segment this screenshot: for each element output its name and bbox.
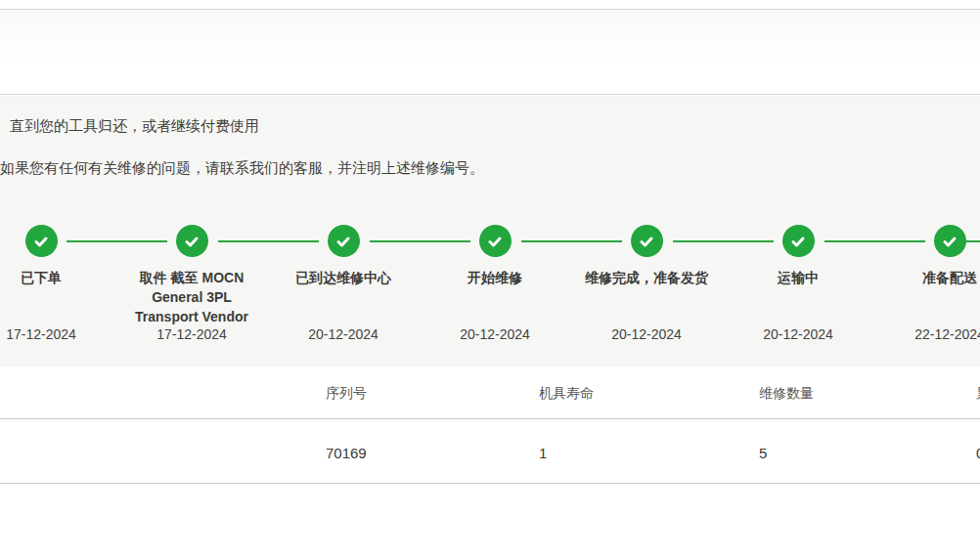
check-icon [176, 225, 208, 257]
step-date: 20-12-2024 [568, 326, 725, 342]
check-icon [631, 225, 663, 257]
note-return-policy-text: 直到您的工具归还，或者继续付费使用 [10, 117, 259, 134]
step-label: 开始维修 [417, 268, 573, 287]
cell-serial-number: 70169 [326, 445, 367, 461]
step-date: 20-12-2024 [417, 326, 573, 342]
top-divider [0, 0, 980, 10]
step-label: 运输中 [720, 268, 876, 287]
note-contact-support-text: 如果您有任何有关维修的问题，请联系我们的客服，并注明上述维修编号。 [0, 159, 484, 176]
timeline-step-pickup: 取件 截至 MOCN General 3PL Transport Vendor [113, 225, 270, 326]
check-icon [25, 225, 58, 257]
timeline-step-repair-done: 维修完成，准备发货 [568, 225, 725, 287]
table-header-row: 序列号 机具寿命 维修数量 累 [0, 366, 980, 419]
header-strip [0, 11, 980, 95]
check-icon [934, 225, 966, 257]
check-icon [479, 225, 512, 257]
timeline-step-in-transit: 运输中 [720, 225, 876, 287]
check-icon [328, 225, 360, 257]
step-date: 22-12-2024 [871, 326, 980, 342]
check-icon [782, 225, 815, 257]
note-return-policy: ， 直到您的工具归还，或者继续付费使用 [0, 116, 259, 135]
note-contact-support: 如果您有任何有关维修的问题，请联系我们的客服，并注明上述维修编号。 [0, 158, 484, 177]
step-label: 维修完成，准备发货 [568, 268, 725, 287]
repair-tracking-page: ， 直到您的工具归还，或者继续付费使用 如果您有任何有关维修的问题，请联系我们的… [0, 0, 980, 560]
table-row: 70169 1 5 0 [0, 420, 980, 484]
status-section: ， 直到您的工具归还，或者继续付费使用 如果您有任何有关维修的问题，请联系我们的… [0, 96, 980, 366]
column-header-tool-life: 机具寿命 [539, 385, 594, 403]
timeline-step-ordered: 已下单 [0, 225, 119, 287]
timeline-step-repair-started: 开始维修 [417, 225, 573, 287]
clipped-comma-fragment: ， [0, 116, 3, 135]
step-date: 20-12-2024 [265, 326, 422, 342]
step-label: 已下单 [0, 268, 119, 287]
cell-clipped: 0 [976, 445, 980, 461]
column-header-clipped: 累 [976, 385, 980, 403]
timeline-step-ready-delivery: 准备配送 [871, 225, 980, 287]
timeline-step-arrived: 已到达维修中心 [265, 225, 422, 287]
step-date: 20-12-2024 [720, 326, 876, 342]
step-label: 取件 截至 MOCN General 3PL Transport Vendor [113, 268, 270, 326]
column-header-repair-count: 维修数量 [759, 385, 814, 403]
step-label: 已到达维修中心 [265, 268, 422, 287]
column-header-serial-number: 序列号 [326, 385, 367, 403]
step-date: 17-12-2024 [0, 326, 119, 342]
step-label: 准备配送 [871, 268, 980, 287]
cell-tool-life: 1 [539, 445, 547, 461]
cell-repair-count: 5 [759, 445, 767, 461]
step-date: 17-12-2024 [113, 326, 270, 342]
